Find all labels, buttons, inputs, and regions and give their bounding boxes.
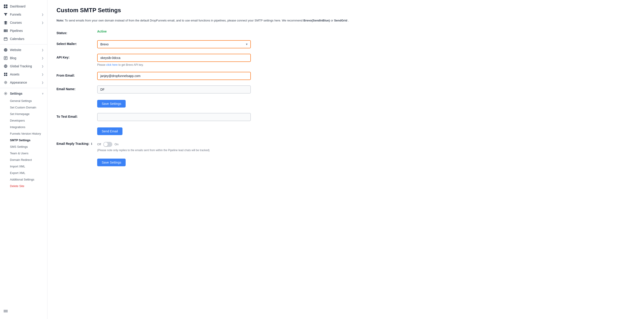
select-mailer-row: Select Mailer: Brevo SendGrid Mailgun Am… [56,40,635,48]
sidebar-item-website[interactable]: Website ❯ [0,46,47,54]
global-tracking-icon [4,64,8,68]
chevron-right-icon: ❯ [42,73,44,76]
api-key-label: API Key: [56,54,93,59]
sidebar-sub-set-homepage[interactable]: Set Homepage [0,111,47,117]
from-email-label: From Email: [56,72,93,77]
click-here-link[interactable]: click here [106,63,118,66]
sidebar-sub-general-settings[interactable]: General Settings [0,98,47,104]
sidebar-sub-developers[interactable]: Developers [0,117,47,124]
sidebar-item-calendars[interactable]: Calendars [0,35,47,43]
sidebar-collapse-button[interactable] [0,306,47,317]
api-key-input[interactable] [97,54,251,62]
settings-submenu: General Settings Set Custom Domain Set H… [0,98,47,189]
svg-rect-1 [6,4,8,6]
mailer-select-wrapper: Brevo SendGrid Mailgun Amazon SES ▼ [97,40,251,48]
svg-rect-22 [4,310,8,310]
courses-icon [4,20,8,25]
toggle-row: Off On [97,140,251,147]
sidebar-sub-integrations[interactable]: Integrations [0,124,47,130]
sidebar-item-label: Calendars [10,37,24,41]
sidebar-item-assets[interactable]: Assets ❯ [0,70,47,78]
note-prefix: Note: [56,19,64,22]
sidebar-item-appearance[interactable]: Appearance ❯ [0,78,47,86]
svg-rect-19 [6,74,7,76]
email-name-label: Email Name: [56,86,93,91]
svg-rect-7 [4,38,7,40]
sidebar-item-settings[interactable]: Settings ∨ [0,90,47,98]
mailer-select[interactable]: Brevo SendGrid Mailgun Amazon SES [97,40,251,48]
chevron-right-icon: ❯ [42,65,44,68]
from-email-input[interactable] [97,72,251,80]
svg-rect-4 [4,29,5,32]
svg-rect-0 [4,4,6,6]
save-settings-button-2[interactable]: Save Settings [97,158,126,166]
assets-icon [4,72,8,76]
website-icon [4,48,8,52]
sidebar-sub-additional-settings[interactable]: Additional Settings [0,176,47,183]
page-title: Custom SMTP Settings [56,7,635,14]
sidebar-item-dashboard[interactable]: Dashboard [0,2,47,10]
svg-point-21 [5,93,6,94]
select-mailer-label: Select Mailer: [56,40,93,46]
sidebar-item-blog[interactable]: Blog ❯ [0,54,47,62]
sidebar-sub-export-xml[interactable]: Export XML [0,170,47,176]
sidebar-item-label: Dashboard [10,4,26,8]
email-reply-tracking-label: Email Reply Tracking: [56,142,90,146]
status-value: Active [97,28,107,33]
chevron-right-icon: ❯ [42,48,44,52]
sidebar-item-label: Settings [10,92,22,95]
sidebar-item-label: Appearance [10,81,27,84]
to-test-email-label: To Test Email: [56,113,93,118]
svg-rect-17 [6,73,7,74]
email-name-input[interactable] [97,86,251,94]
sidebar-item-global-tracking[interactable]: Global Tracking ❯ [0,62,47,70]
send-email-row: Send Email [56,126,635,135]
sidebar-sub-funnels-version-history[interactable]: Funnels Version History [0,130,47,137]
blog-icon [4,56,8,60]
status-row: Status: Active [56,29,635,35]
sidebar-sub-domain-redirect[interactable]: Domain Redirect [0,156,47,163]
sidebar-item-label: Website [10,48,21,52]
api-key-row: API Key: Please click here to get Brevo … [56,54,635,66]
api-key-help: Please click here to get Brevo API key. [97,63,251,66]
sidebar-item-funnels[interactable]: Funnels ❯ [0,10,47,18]
to-test-email-input[interactable] [97,113,251,121]
email-reply-tracking-toggle[interactable] [103,142,112,147]
sidebar-sub-import-xml[interactable]: Import XML [0,163,47,170]
sendgrid-link: SendGrid [334,19,347,22]
chevron-right-icon: ❯ [42,81,44,84]
sidebar-item-courses[interactable]: Courses ❯ [0,18,47,27]
email-reply-tracking-row: Email Reply Tracking: ℹ Off On (Please n… [56,140,635,152]
appearance-icon [4,80,8,84]
status-label: Status: [56,29,93,35]
sidebar-item-label: Global Tracking [10,64,32,68]
sidebar-item-label: Pipelines [10,29,23,32]
calendars-icon [4,37,8,41]
to-test-email-row: To Test Email: [56,113,635,121]
svg-rect-16 [4,73,6,74]
sidebar-item-label: Assets [10,72,20,76]
sidebar-item-label: Courses [10,21,22,24]
toggle-off-label: Off [97,142,101,146]
toggle-on-label: On [114,142,118,146]
sidebar-item-label: Funnels [10,13,21,16]
brevo-link: Brevo(SendInBlue) [304,19,330,22]
chevron-down-icon: ∨ [42,92,44,95]
send-email-button[interactable]: Send Email [97,128,122,135]
save-settings-row-2: Save Settings [56,158,635,166]
sidebar-sub-team-users[interactable]: Team & Users [0,150,47,156]
svg-point-20 [5,82,6,83]
toggle-thumb [104,142,108,146]
sidebar-item-label: Blog [10,56,16,60]
sidebar-sub-smtp-settings[interactable]: SMTP Settings [0,137,47,144]
sidebar-sub-set-custom-domain[interactable]: Set Custom Domain [0,104,47,111]
svg-rect-2 [4,6,6,8]
settings-icon [4,92,8,96]
sidebar-sub-delete-site[interactable]: Delete Site [0,183,47,189]
sidebar-item-pipelines[interactable]: Pipelines [0,27,47,35]
dashboard-icon [4,4,8,8]
save-settings-button-1[interactable]: Save Settings [97,100,126,108]
chevron-right-icon: ❯ [42,13,44,16]
chevron-right-icon: ❯ [42,21,44,24]
sidebar-sub-sms-settings[interactable]: SMS Settings [0,144,47,150]
